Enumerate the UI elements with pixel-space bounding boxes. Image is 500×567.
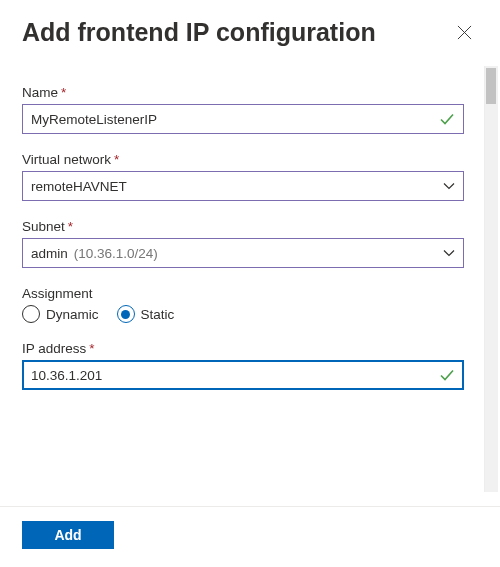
blade-footer: Add [0,506,500,567]
chevron-down-icon [443,180,455,192]
name-input[interactable]: MyRemoteListenerIP [22,104,464,134]
scrollbar-track[interactable] [484,66,498,492]
radio-dynamic[interactable]: Dynamic [22,305,99,323]
subnet-value: admin [31,246,68,261]
label-assignment: Assignment [22,286,464,301]
assignment-radio-group: Dynamic Static [22,305,464,323]
name-value: MyRemoteListenerIP [31,112,439,127]
subnet-dropdown[interactable]: admin (10.36.1.0/24) [22,238,464,268]
label-text: Assignment [22,286,93,301]
required-mark: * [114,152,119,167]
close-icon [457,25,472,40]
radio-static[interactable]: Static [117,305,175,323]
required-mark: * [61,85,66,100]
blade-header: Add frontend IP configuration [22,18,478,47]
vnet-dropdown[interactable]: remoteHAVNET [22,171,464,201]
field-vnet: Virtual network * remoteHAVNET [22,152,464,201]
check-icon [439,111,455,127]
label-name: Name * [22,85,464,100]
required-mark: * [68,219,73,234]
required-mark: * [89,341,94,356]
label-subnet: Subnet * [22,219,464,234]
ip-value: 10.36.1.201 [31,368,439,383]
subnet-cidr: (10.36.1.0/24) [74,246,158,261]
close-button[interactable] [450,19,478,47]
page-title: Add frontend IP configuration [22,18,376,47]
radio-circle-selected-icon [117,305,135,323]
field-assignment: Assignment Dynamic Static [22,286,464,323]
ip-input[interactable]: 10.36.1.201 [22,360,464,390]
check-icon [439,367,455,383]
form-area: Name * MyRemoteListenerIP Virtual networ… [22,85,478,390]
radio-label: Dynamic [46,307,99,322]
label-text: Subnet [22,219,65,234]
scrollbar-thumb[interactable] [486,68,496,104]
radio-circle-icon [22,305,40,323]
radio-dot-icon [121,310,130,319]
add-button[interactable]: Add [22,521,114,549]
label-vnet: Virtual network * [22,152,464,167]
field-name: Name * MyRemoteListenerIP [22,85,464,134]
label-text: IP address [22,341,86,356]
vnet-value: remoteHAVNET [31,179,443,194]
label-ip: IP address * [22,341,464,356]
label-text: Name [22,85,58,100]
label-text: Virtual network [22,152,111,167]
radio-label: Static [141,307,175,322]
field-subnet: Subnet * admin (10.36.1.0/24) [22,219,464,268]
chevron-down-icon [443,247,455,259]
blade-panel: Add frontend IP configuration Name * MyR… [0,0,500,567]
field-ip: IP address * 10.36.1.201 [22,341,464,390]
